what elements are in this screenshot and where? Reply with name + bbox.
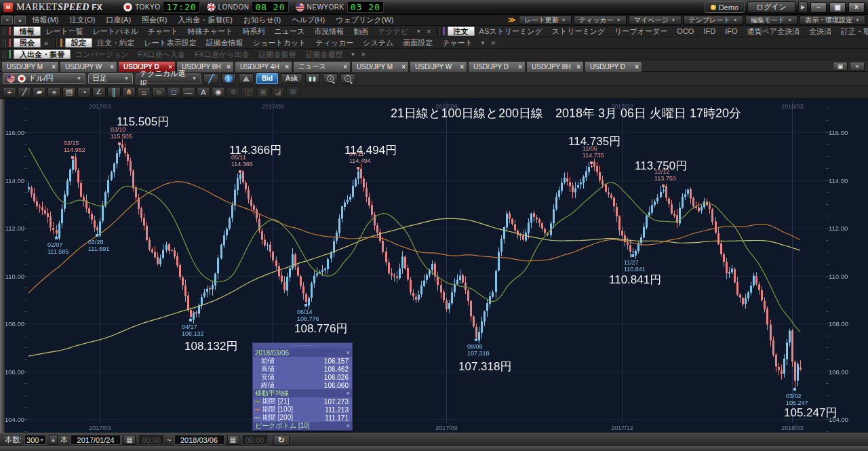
tab-usd-jpy-w[interactable]: USD/JPY W×	[410, 61, 467, 72]
ribbon-item-settings-3[interactable]: 証拠金情報	[201, 38, 248, 48]
tab-close-icon[interactable]: ×	[574, 63, 580, 71]
menu-item-2[interactable]: 注文(O)	[64, 15, 101, 25]
price-annotation-5[interactable]: 113.750円	[635, 158, 687, 174]
tab-close-icon[interactable]: ×	[50, 63, 56, 71]
ribbon-item-info-4[interactable]: 特殊チャート	[183, 26, 238, 37]
tab-usd-jpy-m[interactable]: USD/JPY M×	[1, 61, 59, 72]
pentagon-tool[interactable]: ⌂	[137, 87, 151, 98]
ellipse-tool[interactable]: ○	[152, 87, 165, 98]
data-window-drag-handle[interactable]: ·········	[253, 343, 352, 349]
calendar-icon[interactable]: ▦	[123, 435, 136, 445]
bars-count-up-button[interactable]: ▲	[49, 435, 58, 445]
menu-item-6[interactable]: お知らせ(I)	[238, 15, 286, 25]
tab-close-icon[interactable]: ×	[224, 63, 231, 71]
login-dropdown-button[interactable]: ▶	[798, 1, 808, 13]
chevron-down-icon[interactable]: ▼	[347, 52, 358, 58]
stamp-tool[interactable]: ◉	[212, 87, 225, 98]
speed-line-tool[interactable]: ∠	[92, 87, 106, 98]
timeframe-select[interactable]: 日足 ▼	[88, 73, 133, 84]
close-icon[interactable]: ×	[424, 27, 433, 35]
time-zone-tool[interactable]: ║	[107, 87, 121, 98]
popout-icon[interactable]: ▣	[833, 62, 848, 71]
chart-style-button[interactable]	[239, 73, 254, 84]
trendline-tool[interactable]: ╱	[18, 87, 31, 98]
menu-item-7[interactable]: ヘルプ(H)	[286, 15, 330, 25]
price-annotation-8[interactable]: 108.132円	[184, 338, 237, 354]
marker-tool[interactable]: ▰	[33, 87, 46, 98]
menubar-button-3[interactable]: マイページ▼	[629, 16, 682, 25]
tab-usd-jpy-8h[interactable]: USD/JPY 8H×	[526, 61, 584, 72]
ribbon-item-info-1[interactable]: レート一覧	[41, 26, 88, 37]
menu-item-4[interactable]: 照会(R)	[136, 15, 172, 25]
close-icon[interactable]: ×	[358, 50, 368, 58]
pitchfork-tool[interactable]: ⋔	[122, 87, 136, 98]
window-close-button[interactable]: ×	[848, 2, 865, 13]
price-annotation-10[interactable]: 105.247円	[784, 405, 837, 420]
price-scale-button[interactable]: ▮▮	[305, 73, 320, 84]
menubar-button-4[interactable]: テンプレート▼	[684, 16, 743, 25]
ribbon-item-settings-5[interactable]: ティッカー	[311, 38, 358, 48]
overflow-chevron-icon[interactable]: »	[41, 39, 52, 47]
price-annotation-7[interactable]: 108.776円	[294, 321, 347, 336]
restore-button[interactable]: ▣	[829, 2, 846, 13]
drag-handle[interactable]	[3, 39, 6, 47]
close-icon[interactable]: ×	[347, 390, 350, 397]
bid-toggle-button[interactable]: Bid	[256, 73, 278, 84]
bars-count-input[interactable]: 300▼	[24, 435, 46, 445]
fibonacci-retracement-tool[interactable]: ▤	[62, 87, 76, 98]
tab-usd-jpy-w[interactable]: USD/JPY W×	[60, 61, 117, 72]
chart-title-annotation[interactable]: 21日線と100日線と200日線 2018年 3月 06日 火曜日 17時20分	[391, 105, 741, 121]
tab-close-icon[interactable]: ×	[516, 63, 522, 71]
info-button[interactable]: i	[221, 73, 236, 84]
reload-chart-button[interactable]: ↻	[273, 435, 290, 446]
chevron-down-icon[interactable]: ▼	[477, 40, 488, 46]
ribbon-group-order[interactable]: 注文	[448, 26, 475, 36]
ribbon-item-order-2[interactable]: ストリーミング	[547, 26, 610, 37]
currency-pair-select[interactable]: ドル/円 ▼	[3, 73, 85, 84]
draw-mode-button[interactable]: ╱	[203, 73, 218, 84]
drag-handle[interactable]	[3, 51, 6, 58]
zoom-in-button[interactable]: +	[323, 73, 338, 84]
menu-item-8[interactable]: ウェブリンク(W)	[330, 15, 399, 25]
ribbon-item-order-6[interactable]: IFO	[720, 27, 742, 35]
tab-close-icon[interactable]: ×	[633, 63, 639, 71]
chevron-down-icon[interactable]: ▼	[413, 28, 424, 35]
ribbon-item-order-1[interactable]: ASストリーミング	[475, 26, 547, 37]
price-annotation-9[interactable]: 107.318円	[458, 359, 511, 374]
crosshair-tool[interactable]: +	[3, 87, 16, 98]
tab-usd-jpy-m[interactable]: USD/JPY M×	[351, 61, 409, 72]
tab-close-icon[interactable]: ×	[283, 63, 289, 71]
ribbon-group-deposit[interactable]: 入出金・振替	[14, 50, 71, 59]
menu-list-icon[interactable]: ≡	[1, 16, 13, 24]
drag-handle[interactable]	[3, 28, 6, 35]
price-annotation-1[interactable]: 115.505円	[117, 114, 169, 130]
ribbon-item-settings-6[interactable]: システム	[358, 38, 398, 48]
tab-usd-jpy-d[interactable]: USD/JPY D×	[468, 61, 526, 72]
ribbon-item-order-4[interactable]: OCO	[672, 27, 698, 35]
menu-item-5[interactable]: 入出金・振替(E)	[172, 15, 238, 25]
from-date-input[interactable]: 2017/01/24	[71, 435, 121, 445]
menu-item-3[interactable]: 口座(A)	[100, 15, 136, 25]
fan-tool[interactable]: ◔	[77, 87, 91, 98]
ribbon-item-info-6[interactable]: ニュース	[269, 26, 309, 37]
tab-close-icon[interactable]: ×	[341, 63, 347, 71]
ribbon-group-settings[interactable]: 設定	[65, 38, 92, 47]
ribbon-group-info[interactable]: 情報	[14, 26, 41, 36]
price-annotation-2[interactable]: 114.366円	[229, 142, 281, 158]
ask-toggle-button[interactable]: Ask	[281, 73, 302, 84]
menu-item-1[interactable]: 情報(M)	[27, 15, 64, 25]
ribbon-item-order-7[interactable]: 通貨ペア全決済	[743, 26, 805, 37]
login-button[interactable]: ログイン	[747, 1, 795, 13]
rectangle-tool[interactable]: □	[167, 87, 180, 98]
close-icon[interactable]: ×	[347, 423, 350, 429]
ribbon-item-order-8[interactable]: 全決済	[804, 26, 836, 37]
tab-usd-jpy-d[interactable]: USD/JPY D×	[585, 61, 642, 72]
menubar-button-2[interactable]: ティッカー▼	[574, 16, 627, 25]
ribbon-item-info-3[interactable]: チャート	[143, 26, 183, 37]
ribbon-item-order-3[interactable]: リーブオーダー	[610, 26, 672, 37]
menubar-button-1[interactable]: レート更新▼	[519, 16, 571, 25]
ribbon-item-settings-1[interactable]: 注文・約定	[92, 38, 139, 48]
ribbon-item-info-8[interactable]: 動画	[349, 26, 373, 37]
menubar-button-5[interactable]: 編集モード▼	[745, 16, 797, 25]
ribbon-item-settings-4[interactable]: ショートカット	[248, 38, 311, 48]
